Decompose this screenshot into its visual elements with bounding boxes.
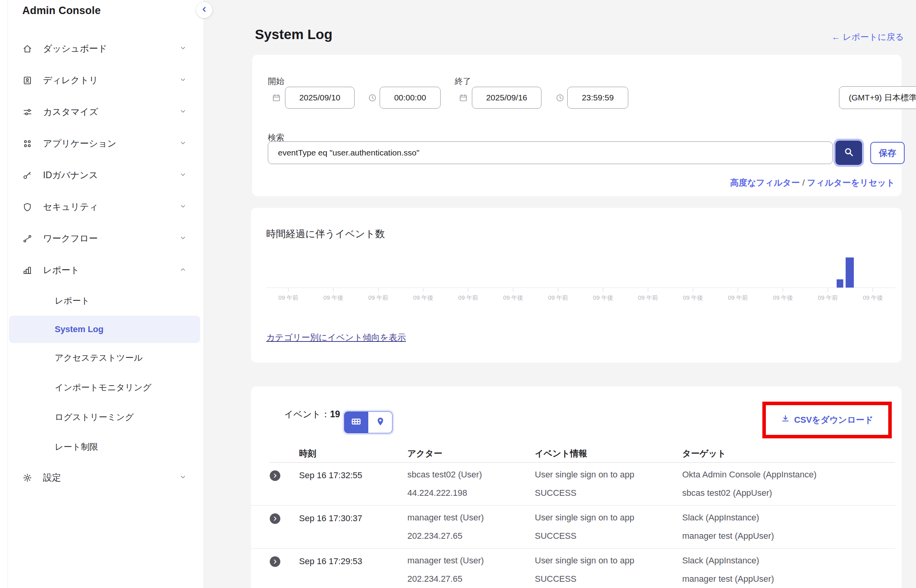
view-toggle-group xyxy=(344,411,393,433)
sidebar-item-label: セキュリティ xyxy=(43,201,98,213)
apps-icon xyxy=(22,139,32,149)
expand-row-icon[interactable] xyxy=(270,556,280,567)
event-actor-ip: 44.224.222.198 xyxy=(407,489,535,497)
links-separator: / xyxy=(800,178,807,188)
event-count-value: 19 xyxy=(330,409,340,419)
event-actor-ip: 202.234.27.65 xyxy=(407,532,535,540)
sidebar-item-label: レポート xyxy=(43,264,80,276)
event-result: SUCCESS xyxy=(535,532,682,540)
table-view-toggle[interactable] xyxy=(344,411,368,433)
event-actor: manager test (User) xyxy=(407,513,535,522)
download-icon xyxy=(781,414,790,426)
events-header: イベント：19 CSVをダ xyxy=(251,386,902,437)
event-target-app: Slack (AppInstance) xyxy=(682,556,895,565)
event-target-app: Okta Admin Console (AppInstance) xyxy=(682,470,895,479)
download-csv-button[interactable]: CSVをダウンロード xyxy=(781,414,873,426)
directory-icon xyxy=(22,75,32,86)
chart-x-axis: 09 午前 09 午後 09 午前 09 午後 09 午前 09 午後 09 午… xyxy=(266,288,895,302)
save-button[interactable]: 保存 xyxy=(870,142,905,164)
sidebar-item-id-governance[interactable]: IDガバナンス xyxy=(0,159,204,191)
chart-title: 時間経過に伴うイベント数 xyxy=(266,227,385,240)
start-date-input[interactable]: 2025/09/10 xyxy=(285,87,355,109)
x-tick: 09 午後 xyxy=(760,288,805,302)
map-view-toggle[interactable] xyxy=(368,411,393,433)
sidebar-subitem-log-streaming[interactable]: ログストリーミング xyxy=(0,402,204,432)
app-title: Admin Console xyxy=(22,5,101,17)
calendar-icon xyxy=(272,93,281,104)
page-title: System Log xyxy=(255,27,332,42)
sidebar-subitem-access-test-tool[interactable]: アクセステストツール xyxy=(0,343,204,373)
x-tick: 09 午後 xyxy=(491,288,536,302)
sidebar-subitem-label: アクセステストツール xyxy=(55,352,143,364)
chevron-up-icon xyxy=(179,266,186,275)
expand-row-icon[interactable] xyxy=(270,470,280,481)
sidebar-item-applications[interactable]: アプリケーション xyxy=(0,128,204,159)
x-tick: 09 午前 xyxy=(805,288,850,302)
event-trend-by-category-link[interactable]: カテゴリー別にイベント傾向を表示 xyxy=(266,332,406,343)
sidebar-subitem-label: レート制限 xyxy=(55,441,98,453)
event-actor-ip: 202.234.27.65 xyxy=(407,575,535,583)
chevron-left-icon xyxy=(201,5,208,15)
start-label: 開始 xyxy=(268,76,284,87)
table-row[interactable]: Sep 16 17:29:53 manager test (User) 202.… xyxy=(251,549,895,588)
table-grid-icon xyxy=(350,416,362,429)
events-bar-chart xyxy=(266,251,895,288)
chevron-down-icon xyxy=(179,234,186,243)
clock-icon xyxy=(556,93,565,104)
sidebar-subitem-import-monitoring[interactable]: インポートモニタリング xyxy=(0,373,204,402)
main-content: System Log ← レポートに戻る 開始 終了 2025/09/10 00… xyxy=(204,0,916,588)
event-target-user: sbcas test02 (AppUser) xyxy=(682,489,895,497)
sidebar-subitem-system-log[interactable]: System Log xyxy=(9,316,200,343)
sidebar-nav: ダッシュボード ディレクトリ カスタマイズ アプリケーション xyxy=(0,33,204,493)
advanced-filter-link[interactable]: 高度なフィルター xyxy=(730,178,800,188)
sidebar-item-label: ワークフロー xyxy=(43,232,98,245)
sidebar-subitem-reports[interactable]: レポート xyxy=(0,286,204,316)
event-result: SUCCESS xyxy=(535,489,682,497)
event-count: イベント：19 xyxy=(284,408,340,420)
start-time-input[interactable]: 00:00:00 xyxy=(380,87,441,109)
column-target: ターゲット xyxy=(682,448,895,459)
end-time-input[interactable]: 23:59:59 xyxy=(567,87,628,109)
sidebar-item-reports[interactable]: レポート xyxy=(0,254,204,286)
events-table: 時刻 アクター イベント情報 ターゲット Sep 16 17:32:55 sbc… xyxy=(251,445,895,588)
chevron-down-icon xyxy=(179,474,186,482)
reset-filter-link[interactable]: フィルターをリセット xyxy=(807,178,895,188)
sidebar-item-label: アプリケーション xyxy=(43,138,117,150)
event-time: Sep 16 17:32:55 xyxy=(299,470,407,505)
timezone-select[interactable]: (GMT+9) 日本標準時 - Asia/Tokyo ▾ xyxy=(839,86,916,109)
workflow-icon xyxy=(22,234,32,244)
customize-icon xyxy=(22,107,32,117)
red-highlight-box: CSVをダウンロード xyxy=(762,402,892,438)
sidebar-collapse-button[interactable] xyxy=(196,2,212,18)
sidebar-item-label: カスタマイズ xyxy=(43,106,98,118)
chevron-down-icon xyxy=(179,171,186,180)
sidebar-item-workflow[interactable]: ワークフロー xyxy=(0,223,204,254)
sidebar-item-dashboard[interactable]: ダッシュボード xyxy=(0,33,204,64)
event-actor: sbcas test02 (User) xyxy=(407,470,535,479)
search-input[interactable]: eventType eq "user.authentication.sso" xyxy=(268,141,833,164)
end-date-input[interactable]: 2025/09/16 xyxy=(472,87,541,109)
search-button[interactable] xyxy=(835,141,862,165)
sidebar-item-security[interactable]: セキュリティ xyxy=(0,191,204,223)
sidebar-item-settings[interactable]: 設定 xyxy=(0,462,204,493)
table-row[interactable]: Sep 16 17:32:55 sbcas test02 (User) 44.2… xyxy=(251,463,895,506)
okta-admin-console: Admin Console ダッシュボード ディレクトリ カスタマイズ xyxy=(0,0,916,588)
back-to-reports-link[interactable]: ← レポートに戻る xyxy=(832,31,904,43)
calendar-icon xyxy=(459,93,468,104)
sidebar-item-label: ダッシュボード xyxy=(43,43,107,55)
bar-sep16-am[interactable] xyxy=(837,279,843,288)
sidebar-item-label: IDガバナンス xyxy=(43,169,98,181)
x-tick: 09 午前 xyxy=(715,288,760,302)
home-icon xyxy=(22,44,32,54)
column-actor: アクター xyxy=(407,448,535,459)
filter-panel: 開始 終了 2025/09/10 00:00:00 2025/09/16 23:… xyxy=(252,55,902,196)
expand-row-icon[interactable] xyxy=(270,513,280,524)
sidebar-subitem-rate-limit[interactable]: レート制限 xyxy=(0,432,204,462)
x-tick: 09 午前 xyxy=(626,288,670,302)
sidebar-item-customize[interactable]: カスタマイズ xyxy=(0,96,204,128)
bar-sep16-pm[interactable] xyxy=(846,257,854,288)
table-row[interactable]: Sep 16 17:30:37 manager test (User) 202.… xyxy=(251,506,895,549)
column-time: 時刻 xyxy=(299,448,407,459)
x-tick: 09 午後 xyxy=(670,288,715,302)
sidebar-item-directory[interactable]: ディレクトリ xyxy=(0,64,204,96)
